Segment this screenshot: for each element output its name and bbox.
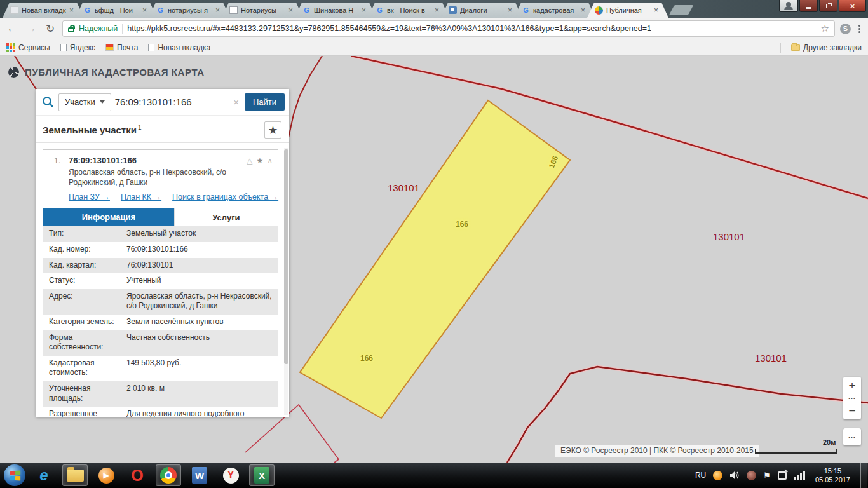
tab-close-icon[interactable]: × bbox=[508, 6, 512, 14]
bookmarks-bar: Сервисы Яндекс Почта Новая вкладка Други… bbox=[0, 39, 868, 56]
tab-close-icon[interactable]: × bbox=[654, 6, 658, 14]
tab-search-4[interactable]: G вк - Поиск в × bbox=[368, 3, 449, 18]
tab-search-1[interactable]: G ьфшд - Пои × bbox=[76, 3, 157, 18]
info-row: Статус:Учтенный bbox=[43, 273, 278, 289]
tab-search-3[interactable]: G Шинакова Н × bbox=[295, 3, 376, 18]
forward-button[interactable]: → bbox=[24, 22, 38, 35]
security-label[interactable]: Надежный bbox=[79, 24, 118, 33]
tab-close-icon[interactable]: × bbox=[69, 6, 74, 14]
url-text[interactable]: https://pkk5.rosreestr.ru/#x=4483133.297… bbox=[127, 24, 816, 33]
tab-close-icon[interactable]: × bbox=[215, 6, 220, 14]
quarter-label: 130101 bbox=[755, 353, 787, 363]
tab-services[interactable]: Услуги bbox=[174, 208, 278, 226]
back-button[interactable]: ← bbox=[5, 22, 19, 35]
result-index: 1. bbox=[54, 156, 69, 165]
show-desktop-button[interactable] bbox=[860, 463, 867, 488]
minimize-button[interactable] bbox=[799, 0, 818, 12]
pkk-logo-icon bbox=[8, 67, 19, 78]
favorite-icon[interactable]: ★ bbox=[256, 156, 263, 165]
tab-new-tab[interactable]: Новая вкладка × bbox=[3, 3, 84, 18]
tab-dialogs[interactable]: Диалоги × bbox=[441, 3, 522, 18]
apps-grid-icon bbox=[6, 43, 15, 52]
plan-kk-link[interactable]: План КК → bbox=[121, 193, 161, 201]
page-icon bbox=[148, 44, 154, 51]
tab-public-cadastral-map[interactable]: Публичная × bbox=[587, 3, 668, 18]
action-center-flag-icon[interactable]: ⚑ bbox=[763, 471, 771, 480]
tab-close-icon[interactable]: × bbox=[435, 6, 439, 14]
address-bar[interactable]: Надежный https://pkk5.rosreestr.ru/#x=44… bbox=[62, 20, 835, 37]
tab-close-icon[interactable]: × bbox=[581, 6, 585, 14]
zoom-out-button[interactable]: − bbox=[843, 402, 861, 419]
bookmark-services[interactable]: Сервисы bbox=[6, 43, 50, 52]
yandex-browser-taskbar-icon[interactable]: Y bbox=[218, 464, 243, 486]
search-button[interactable]: Найти bbox=[245, 93, 285, 111]
window-controls: × bbox=[779, 0, 866, 12]
clear-search-icon[interactable]: × bbox=[231, 97, 241, 107]
browser-menu-icon[interactable] bbox=[856, 25, 863, 33]
bookmark-mail[interactable]: Почта bbox=[105, 43, 138, 52]
ie-taskbar-icon[interactable]: e bbox=[31, 464, 57, 486]
search-panel: Участки × Найти Земельные участки1 ★ 1. … bbox=[36, 89, 289, 417]
panel-scrollbar[interactable] bbox=[284, 148, 288, 415]
favorites-button[interactable]: ★ bbox=[264, 121, 281, 139]
tab-notaries[interactable]: Нотариусы × bbox=[222, 3, 303, 18]
network-icon[interactable] bbox=[794, 471, 805, 480]
scale-label: 20м bbox=[823, 438, 836, 446]
cad-quarter-link[interactable]: 76:09:130101 bbox=[123, 258, 278, 274]
restore-button[interactable] bbox=[819, 0, 837, 12]
page-icon bbox=[60, 44, 67, 51]
excel-taskbar-icon[interactable]: X bbox=[249, 464, 275, 486]
tab-close-icon[interactable]: × bbox=[142, 6, 147, 14]
scrollbar-thumb[interactable] bbox=[284, 149, 288, 364]
ccleaner-icon[interactable] bbox=[747, 471, 756, 480]
reload-button[interactable]: ↻ bbox=[43, 22, 57, 36]
windows-logo-icon bbox=[10, 470, 20, 480]
tray-app-icon[interactable] bbox=[713, 471, 722, 480]
tablet-icon[interactable] bbox=[778, 471, 787, 480]
warning-icon[interactable]: △ bbox=[247, 156, 252, 165]
object-type-dropdown[interactable]: Участки bbox=[58, 93, 111, 111]
restore-icon bbox=[826, 4, 831, 8]
word-taskbar-icon[interactable]: W bbox=[187, 464, 212, 486]
parcel-address: Ярославская область, р-н Некрасовский, с… bbox=[69, 167, 235, 187]
tab-close-icon[interactable]: × bbox=[362, 6, 366, 14]
info-row: Кад. номер:76:09:130101:166 bbox=[43, 242, 278, 258]
tab-search-2[interactable]: G нотариусы я × bbox=[149, 3, 230, 18]
vk-dialogs-favicon bbox=[449, 6, 457, 14]
tab-information[interactable]: Информация bbox=[43, 208, 174, 226]
profile-button[interactable] bbox=[779, 0, 798, 12]
zoom-in-button[interactable]: + bbox=[843, 377, 861, 394]
bookmark-label: Яндекс bbox=[70, 43, 95, 52]
cad-number-link[interactable]: 76:09:130101:166 bbox=[123, 242, 278, 258]
tab-label: Нотариусы bbox=[241, 6, 285, 14]
opera-taskbar-icon[interactable]: O bbox=[125, 464, 150, 486]
search-input[interactable] bbox=[115, 97, 227, 107]
map-options-button[interactable]: ••• bbox=[843, 428, 861, 445]
clock[interactable]: 15:15 05.05.2017 bbox=[815, 466, 850, 484]
new-tab-button[interactable] bbox=[669, 5, 694, 15]
bookmark-star-icon[interactable]: ☆ bbox=[821, 23, 829, 34]
internet-explorer-icon: e bbox=[39, 466, 48, 484]
start-button[interactable] bbox=[4, 464, 25, 486]
other-bookmarks-button[interactable]: Другие закладки bbox=[791, 43, 862, 52]
explorer-taskbar-icon[interactable] bbox=[62, 464, 88, 486]
chrome-taskbar-icon[interactable] bbox=[156, 464, 181, 486]
close-button[interactable]: × bbox=[839, 0, 866, 12]
search-in-bounds-link[interactable]: Поиск в границах объекта → bbox=[172, 193, 278, 201]
parcel-polygon[interactable] bbox=[300, 100, 570, 418]
extension-icon[interactable]: S bbox=[840, 24, 851, 34]
tab-strip: Новая вкладка × G ьфшд - Пои × G нотариу… bbox=[0, 0, 868, 18]
result-item: 1. 76:09:130101:166 △ ★ ∧ Ярославская об… bbox=[43, 149, 278, 417]
plan-zu-link[interactable]: План ЗУ → bbox=[69, 193, 110, 201]
tab-close-icon[interactable]: × bbox=[288, 6, 293, 14]
language-indicator[interactable]: RU bbox=[695, 471, 706, 480]
bookmark-new-tab[interactable]: Новая вкладка bbox=[148, 43, 210, 52]
zoom-levels-button[interactable]: ••• bbox=[843, 394, 861, 402]
collapse-icon[interactable]: ∧ bbox=[267, 156, 273, 165]
info-row: Категория земель:Земли населённых пункто… bbox=[43, 315, 278, 330]
media-player-taskbar-icon[interactable]: ▶ bbox=[93, 464, 119, 486]
chevron-down-icon bbox=[100, 100, 105, 104]
bookmark-yandex[interactable]: Яндекс bbox=[60, 43, 95, 52]
tab-search-5[interactable]: G кадастровая × bbox=[514, 3, 595, 18]
volume-icon[interactable] bbox=[729, 471, 740, 480]
